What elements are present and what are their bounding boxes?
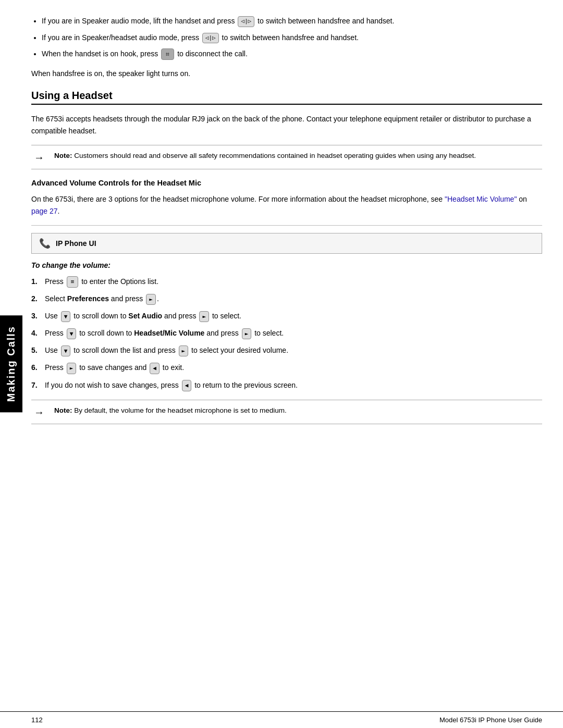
main-content: If you are in Speaker audio mode, lift t… (31, 16, 542, 728)
step-content-7: If you do not wish to save changes, pres… (45, 379, 542, 391)
options-button: ≡ (67, 276, 79, 288)
to-change-heading: To change the volume: (31, 261, 542, 269)
note-arrow-icon-1: → (31, 152, 47, 164)
phone-handset-icon: 📞 (39, 238, 51, 249)
note-content-1: Customers should read and observe all sa… (74, 152, 476, 159)
page-number: 112 (31, 716, 43, 724)
step-num-2: 2. (31, 293, 45, 305)
step-content-4: Press ▼ to scroll down to Headset/Mic Vo… (45, 327, 542, 339)
ip-phone-ui-box: 📞 IP Phone UI (31, 233, 542, 254)
down-arrow-button-2: ▼ (67, 328, 77, 340)
right-arrow-button-4: ► (179, 346, 189, 357)
headset-mic-link[interactable]: "Headset Mic Volume" (445, 195, 519, 203)
step-num-7: 7. (31, 379, 45, 391)
right-arrow-button-3: ► (242, 328, 252, 340)
sidebar-tab: Making Calls (0, 0, 22, 728)
down-arrow-button-1: ▼ (61, 311, 71, 323)
step-5: 5. Use ▼ to scroll down the list and pre… (31, 344, 542, 356)
preferences-label: Preferences (67, 294, 109, 303)
step-content-2: Select Preferences and press ►. (45, 293, 542, 305)
handsfree-icon-2: ◁|▷ (202, 33, 219, 44)
handsfree-icon-1: ◁|▷ (238, 16, 254, 27)
note-text-2: Note: By default, the volume for the hea… (54, 405, 287, 416)
steps-list: 1. Press ≡ to enter the Options list. 2.… (31, 276, 542, 391)
bullet-item-1: If you are in Speaker audio mode, lift t… (42, 16, 542, 27)
headset-mic-volume-label: Headset/Mic Volume (134, 329, 204, 337)
advanced-volume-body-text: On the 6753i, there are 3 options for th… (31, 195, 443, 203)
handsfree-note: When handsfree is on, the speaker light … (31, 68, 542, 79)
step-6: 6. Press ► to save changes and ◀ to exit… (31, 362, 542, 374)
note-content-2: By default, the volume for the headset m… (74, 406, 286, 414)
step-num-5: 5. (31, 344, 45, 356)
step-content-1: Press ≡ to enter the Options list. (45, 276, 542, 288)
bullet-item-2: If you are in Speaker/headset audio mode… (42, 32, 542, 44)
note-box-2: → Note: By default, the volume for the h… (31, 400, 542, 424)
step-num-3: 3. (31, 310, 45, 322)
sidebar-label: Making Calls (0, 315, 22, 412)
footer-model-text: Model 6753i IP Phone User Guide (439, 716, 542, 724)
step-7: 7. If you do not wish to save changes, p… (31, 379, 542, 391)
step-num-6: 6. (31, 362, 45, 374)
right-arrow-button-1: ► (146, 294, 156, 305)
down-arrow-button-3: ▼ (61, 346, 71, 357)
page-footer: 112 Model 6753i IP Phone User Guide (0, 711, 563, 728)
left-arrow-button-2: ◀ (182, 380, 192, 391)
step-content-5: Use ▼ to scroll down the list and press … (45, 344, 542, 356)
note-bold-2: Note: (54, 406, 72, 414)
endcall-icon: ⌗ (161, 48, 174, 60)
ip-phone-ui-label: IP Phone UI (56, 239, 96, 248)
section-heading: Using a Headset (31, 90, 542, 105)
step-1: 1. Press ≡ to enter the Options list. (31, 276, 542, 288)
note-bold-1: Note: (54, 152, 72, 159)
left-arrow-button-1: ◀ (150, 363, 160, 374)
bullet-item-3: When the handset is on hook, press ⌗ to … (42, 48, 542, 60)
step-num-4: 4. (31, 327, 45, 339)
note-box-1: → Note: Customers should read and observ… (31, 145, 542, 169)
step-num-1: 1. (31, 276, 45, 288)
step-4: 4. Press ▼ to scroll down to Headset/Mic… (31, 327, 542, 339)
bullet-list: If you are in Speaker audio mode, lift t… (42, 16, 542, 60)
right-arrow-button-2: ► (199, 311, 209, 323)
right-arrow-button-5: ► (67, 363, 77, 374)
section-intro: The 6753i accepts headsets through the m… (31, 113, 542, 137)
step-content-3: Use ▼ to scroll down to Set Audio and pr… (45, 310, 542, 322)
step-3: 3. Use ▼ to scroll down to Set Audio and… (31, 310, 542, 322)
advanced-volume-body: On the 6753i, there are 3 options for th… (31, 193, 542, 217)
step-content-6: Press ► to save changes and ◀ to exit. (45, 362, 542, 374)
note-text-1: Note: Customers should read and observe … (54, 151, 476, 161)
set-audio-label: Set Audio (128, 312, 162, 320)
note-arrow-icon-2: → (31, 406, 47, 418)
step-2: 2. Select Preferences and press ►. (31, 293, 542, 305)
page-27-link[interactable]: page 27 (31, 207, 58, 215)
divider-1 (31, 225, 542, 226)
advanced-volume-heading: Advanced Volume Controls for the Headset… (31, 179, 542, 187)
page-container: Making Calls If you are in Speaker audio… (0, 0, 563, 728)
